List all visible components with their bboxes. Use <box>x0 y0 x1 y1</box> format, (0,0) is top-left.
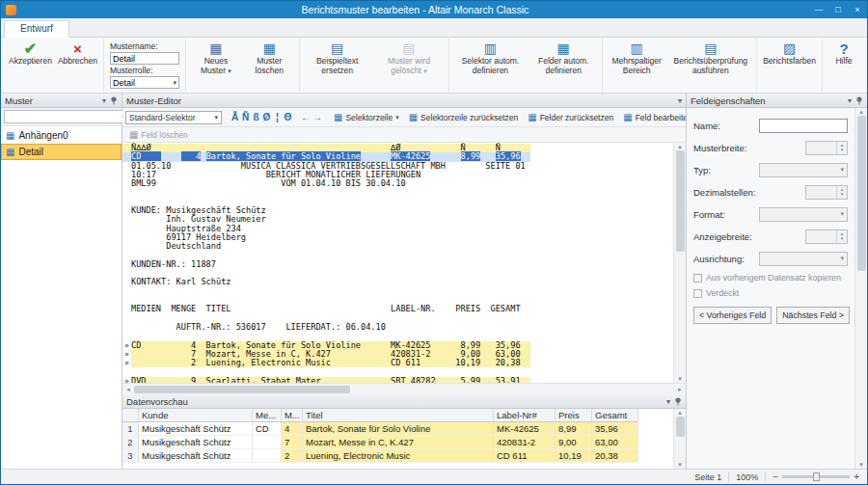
muster-loeschen-button[interactable]: ▦ Muster löschen <box>243 40 296 76</box>
checkbox[interactable] <box>693 289 702 298</box>
vscroll-thumb[interactable] <box>857 116 866 271</box>
abbrechen-button[interactable]: × Abbrechen <box>55 40 100 67</box>
panel-menu-icon[interactable]: ▾ <box>102 96 106 105</box>
zoom-in-button[interactable]: + <box>854 472 859 482</box>
fp-spinner[interactable]: ▲▼ <box>805 185 848 200</box>
report-line[interactable]: KONTAKT: Karl Schütz <box>122 278 673 286</box>
hilfe-button[interactable]: ? Hilfe <box>826 40 862 67</box>
fp-name-input[interactable] <box>759 119 848 133</box>
maximize-button[interactable]: □ <box>828 5 848 14</box>
dv-column-header[interactable]: Label-Nr# <box>494 409 556 422</box>
pin-icon[interactable] <box>110 96 118 105</box>
defined-field-highlight[interactable]: MK-42625 <box>391 151 430 161</box>
trap-char-button[interactable]: Ñ <box>240 111 251 124</box>
berichtsfarben-button[interactable]: ▨ Berichtsfarben <box>760 40 819 67</box>
panel-menu-icon[interactable]: ▾ <box>678 96 682 105</box>
dv-column-header[interactable]: Preis <box>556 409 592 422</box>
defined-field-highlight[interactable]: Bartok, Sonate für Solo Violine <box>206 151 361 161</box>
trap-char-button[interactable]: Θ <box>283 111 293 124</box>
mustername-input[interactable] <box>110 52 179 65</box>
berichtsueberpruefung-button[interactable]: ▤ Berichtsüberprüfung ausführen <box>667 40 753 76</box>
editor-lines[interactable]: Ñ∆∆Ø ∆Ø Ñ Ñ CD 4 Bartok, Sonate für Solo… <box>122 143 673 383</box>
selektor-autom-button[interactable]: ▥ Selektor autom. definieren <box>452 40 528 76</box>
feld-loeschen-button[interactable]: ▦ Feld löschen <box>125 127 192 142</box>
mehrspaltiger-bereich-button[interactable]: ▥ Mehrspaltiger Bereich <box>606 40 668 76</box>
felder-autom-button[interactable]: ▦ Felder autom. definieren <box>529 40 599 76</box>
search-input[interactable] <box>7 112 120 121</box>
muster-list-item[interactable]: ▦Anhängen0 <box>1 127 122 144</box>
muster-geloescht-button[interactable]: ▤ Muster wird gelöscht ▾ <box>372 40 447 76</box>
defined-field-highlight[interactable]: 4 <box>181 151 202 161</box>
trap-char-button[interactable]: Ã <box>230 111 240 124</box>
dv-data-row[interactable]: 2Musikgeschäft Schütz7Mozart, Messe in C… <box>122 436 673 449</box>
trap-char-button[interactable]: ß <box>251 111 261 124</box>
pin-icon[interactable] <box>674 397 682 406</box>
editor-vscrollbar[interactable]: ▲ ▼ <box>673 143 686 383</box>
zoom-level: 100% <box>736 472 758 482</box>
musterrolle-select[interactable]: Detail ▾ <box>110 76 179 89</box>
trap-char-button[interactable]: Ø <box>261 111 272 124</box>
vscroll-thumb[interactable] <box>676 417 685 437</box>
tab-entwurf[interactable]: Entwurf <box>4 20 69 38</box>
hscroll-thumb[interactable] <box>134 386 350 393</box>
report-line[interactable]: MEDIEN MENGE TITEL LABEL-NR. PREIS GESAM… <box>122 305 673 313</box>
defined-field-highlight[interactable]: CD <box>131 151 161 161</box>
back-arrow-button[interactable]: ← <box>301 112 311 122</box>
dv-cell: Musikgeschäft Schütz <box>139 436 253 449</box>
checkbox[interactable] <box>693 274 702 283</box>
pin-icon[interactable] <box>855 96 863 105</box>
dv-column-header[interactable]: Titel <box>303 409 494 422</box>
report-line[interactable] <box>122 287 673 296</box>
zoom-thumb[interactable] <box>813 472 820 481</box>
feld-bearbeiten-button[interactable]: ▦ Feld bearbeiten <box>619 110 696 124</box>
dv-data-row[interactable]: 1Musikgeschäft SchützCD4Bartok, Sonate f… <box>122 422 673 436</box>
selektorzeile-reset-button[interactable]: ▦ Selektorzeile zurücksetzen <box>405 110 523 124</box>
zoom-slider[interactable]: − + <box>773 472 859 482</box>
forward-arrow-button[interactable]: → <box>312 112 322 122</box>
beispieltext-ersetzen-button[interactable]: ▤ Beispieltext ersetzen <box>303 40 372 76</box>
report-line[interactable] <box>122 188 673 197</box>
scroll-left-icon[interactable]: ◄ <box>125 387 131 392</box>
scroll-right-icon[interactable]: ► <box>677 387 683 392</box>
report-line[interactable]: BML99 VOM 01.04.10 BIS 30.04.10 <box>122 179 673 188</box>
dv-column-header[interactable]: M... <box>282 409 303 422</box>
vscroll-thumb[interactable] <box>676 150 685 252</box>
defined-field-highlight[interactable]: 35,96 <box>496 151 521 161</box>
dv-column-header[interactable]: Me... <box>253 409 282 422</box>
dv-data-row[interactable]: 3Musikgeschäft Schütz2Luening, Electroni… <box>122 449 673 463</box>
neues-muster-button[interactable]: ▦ Neues Muster ▾ <box>189 40 243 76</box>
editor-hscrollbar[interactable]: ◄ ► <box>122 383 686 394</box>
scroll-down-icon[interactable]: ▼ <box>858 462 864 468</box>
scroll-down-icon[interactable]: ▼ <box>677 376 683 382</box>
report-line[interactable]: AUFTR.-NR.: 536017 LIEFERDAT.: 06.04.10 <box>122 323 673 332</box>
muster-list-item[interactable]: ▦Detail <box>1 144 122 160</box>
felder-reset-button[interactable]: ▦ Felder zurücksetzen <box>524 110 617 124</box>
fp-spinner[interactable]: ▲▼ <box>805 141 848 155</box>
search-box[interactable] <box>4 110 133 123</box>
fp-dropdown[interactable]: ▾ <box>759 252 848 266</box>
dv-column-header[interactable]: Kunde <box>139 409 253 422</box>
dv-vscrollbar[interactable]: ▲ ▼ <box>673 409 686 469</box>
scroll-down-icon[interactable]: ▼ <box>677 462 683 468</box>
dv-column-header[interactable]: Gesamt <box>592 409 638 422</box>
report-line[interactable]: Deutschland <box>122 242 673 251</box>
selektorzeile-menu-button[interactable]: ▦ Selektorzeile ▾ <box>330 110 403 124</box>
prev-field-button[interactable]: < Vorheriges Feld <box>693 307 772 324</box>
fp-dropdown[interactable]: ▾ <box>759 163 848 177</box>
report-line[interactable]: KUNDEN-NR.: 11887 <box>122 260 673 269</box>
selector-combo[interactable]: Standard-Selektor ▾ <box>125 111 222 124</box>
close-button[interactable]: × <box>848 5 867 14</box>
panel-menu-icon[interactable]: ▾ <box>666 397 670 406</box>
akzeptieren-button[interactable]: ✔ Akzeptieren <box>6 40 55 67</box>
fp-spinner[interactable]: ▲▼ <box>805 229 848 244</box>
fp-vscrollbar[interactable]: ▲ ▼ <box>854 108 867 469</box>
fp-dropdown[interactable]: ▾ <box>759 207 848 222</box>
zoom-track[interactable] <box>782 475 850 478</box>
report-line[interactable]: » 2 Luening, Electronic Music CD 611 10,… <box>122 359 673 367</box>
next-field-button[interactable]: Nächstes Feld > <box>776 307 850 324</box>
defined-field-highlight[interactable]: 8,99 <box>461 151 481 161</box>
panel-menu-icon[interactable]: ▾ <box>848 96 852 105</box>
zoom-out-button[interactable]: − <box>773 472 778 482</box>
minimize-button[interactable]: — <box>809 5 828 14</box>
trap-char-button[interactable]: ¦ <box>272 111 283 124</box>
